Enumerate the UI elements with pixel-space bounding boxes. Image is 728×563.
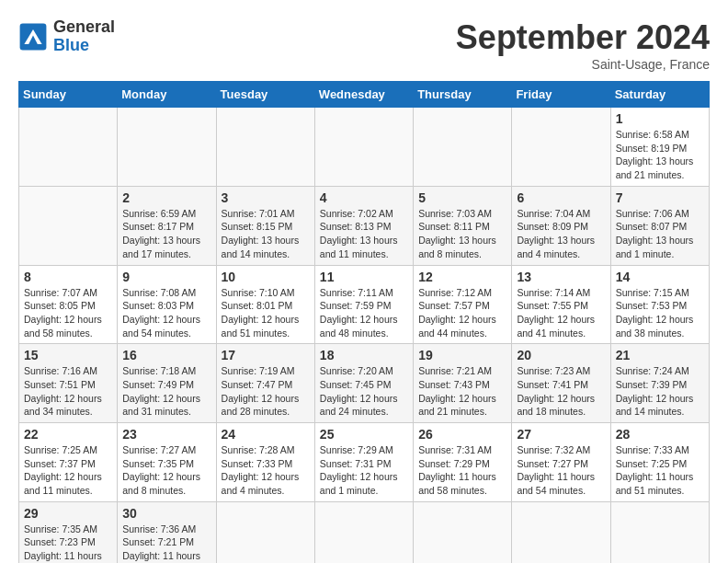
day-info: Sunrise: 7:33 AMSunset: 7:25 PMDaylight:… bbox=[616, 443, 704, 498]
day-info: Sunrise: 7:04 AMSunset: 8:09 PMDaylight:… bbox=[517, 207, 605, 261]
location: Saint-Usage, France bbox=[456, 57, 710, 72]
day-number: 28 bbox=[616, 427, 704, 442]
day-number: 13 bbox=[517, 270, 605, 284]
calendar-cell: 3Sunrise: 7:01 AMSunset: 8:15 PMDaylight… bbox=[216, 186, 314, 265]
day-info: Sunrise: 7:31 AMSunset: 7:29 PMDaylight:… bbox=[418, 443, 506, 498]
day-info: Sunrise: 7:29 AMSunset: 7:31 PMDaylight:… bbox=[320, 443, 408, 498]
calendar-week-row: 2Sunrise: 6:59 AMSunset: 8:17 PMDaylight… bbox=[19, 186, 710, 265]
calendar-cell bbox=[118, 108, 216, 187]
calendar-header-row: SundayMondayTuesdayWednesdayThursdayFrid… bbox=[19, 82, 710, 108]
day-info: Sunrise: 7:12 AMSunset: 7:57 PMDaylight:… bbox=[418, 286, 506, 340]
calendar-cell: 1Sunrise: 6:58 AMSunset: 8:19 PMDaylight… bbox=[610, 108, 709, 187]
day-number: 18 bbox=[320, 348, 408, 362]
day-number: 16 bbox=[122, 348, 210, 362]
page-header: General Blue September 2024 Saint-Usage,… bbox=[18, 18, 710, 72]
calendar-week-row: 15Sunrise: 7:16 AMSunset: 7:51 PMDayligh… bbox=[19, 344, 710, 423]
day-number: 24 bbox=[222, 427, 310, 442]
day-info: Sunrise: 7:18 AMSunset: 7:49 PMDaylight:… bbox=[122, 364, 210, 419]
day-info: Sunrise: 7:32 AMSunset: 7:27 PMDaylight:… bbox=[517, 443, 605, 498]
day-info: Sunrise: 7:08 AMSunset: 8:03 PMDaylight:… bbox=[122, 286, 210, 340]
calendar-cell: 21Sunrise: 7:24 AMSunset: 7:39 PMDayligh… bbox=[610, 344, 709, 423]
day-info: Sunrise: 7:10 AMSunset: 8:01 PMDaylight:… bbox=[222, 286, 310, 340]
day-number: 11 bbox=[320, 270, 408, 284]
calendar-cell: 17Sunrise: 7:19 AMSunset: 7:47 PMDayligh… bbox=[216, 344, 314, 423]
day-number: 21 bbox=[616, 348, 704, 362]
calendar-cell bbox=[216, 108, 314, 187]
calendar-cell: 26Sunrise: 7:31 AMSunset: 7:29 PMDayligh… bbox=[414, 423, 512, 502]
day-number: 10 bbox=[222, 270, 310, 284]
day-info: Sunrise: 7:06 AMSunset: 8:07 PMDaylight:… bbox=[616, 207, 704, 261]
day-info: Sunrise: 7:35 AMSunset: 7:23 PMDaylight:… bbox=[24, 523, 112, 563]
calendar-cell: 7Sunrise: 7:06 AMSunset: 8:07 PMDaylight… bbox=[610, 186, 709, 265]
calendar-cell bbox=[216, 501, 314, 563]
day-number: 6 bbox=[517, 190, 605, 205]
day-info: Sunrise: 7:16 AMSunset: 7:51 PMDaylight:… bbox=[24, 364, 112, 419]
logo-general: General bbox=[53, 17, 115, 36]
title-block: September 2024 Saint-Usage, France bbox=[456, 18, 710, 72]
calendar-cell: 29Sunrise: 7:35 AMSunset: 7:23 PMDayligh… bbox=[19, 501, 118, 563]
day-info: Sunrise: 7:19 AMSunset: 7:47 PMDaylight:… bbox=[222, 364, 310, 419]
column-header-monday: Monday bbox=[118, 82, 216, 108]
calendar-cell: 6Sunrise: 7:04 AMSunset: 8:09 PMDaylight… bbox=[512, 186, 610, 265]
day-number: 4 bbox=[320, 190, 408, 205]
calendar-cell: 13Sunrise: 7:14 AMSunset: 7:55 PMDayligh… bbox=[512, 265, 610, 344]
day-number: 19 bbox=[418, 348, 506, 362]
calendar-cell bbox=[19, 186, 118, 265]
calendar-cell: 11Sunrise: 7:11 AMSunset: 7:59 PMDayligh… bbox=[314, 265, 413, 344]
calendar-cell: 16Sunrise: 7:18 AMSunset: 7:49 PMDayligh… bbox=[118, 344, 216, 423]
day-info: Sunrise: 6:58 AMSunset: 8:19 PMDaylight:… bbox=[616, 128, 704, 182]
calendar-week-row: 1Sunrise: 6:58 AMSunset: 8:19 PMDaylight… bbox=[19, 108, 710, 187]
calendar-cell: 25Sunrise: 7:29 AMSunset: 7:31 PMDayligh… bbox=[314, 423, 413, 502]
day-info: Sunrise: 7:23 AMSunset: 7:41 PMDaylight:… bbox=[517, 364, 605, 419]
day-number: 25 bbox=[320, 427, 408, 442]
column-header-tuesday: Tuesday bbox=[216, 82, 314, 108]
day-info: Sunrise: 7:25 AMSunset: 7:37 PMDaylight:… bbox=[24, 443, 112, 498]
day-number: 7 bbox=[616, 190, 704, 205]
day-number: 12 bbox=[418, 270, 506, 284]
calendar-cell: 2Sunrise: 6:59 AMSunset: 8:17 PMDaylight… bbox=[118, 186, 216, 265]
calendar-cell bbox=[414, 501, 512, 563]
calendar-cell: 27Sunrise: 7:32 AMSunset: 7:27 PMDayligh… bbox=[512, 423, 610, 502]
calendar-cell: 24Sunrise: 7:28 AMSunset: 7:33 PMDayligh… bbox=[216, 423, 314, 502]
day-info: Sunrise: 7:11 AMSunset: 7:59 PMDaylight:… bbox=[320, 286, 408, 340]
calendar-cell: 20Sunrise: 7:23 AMSunset: 7:41 PMDayligh… bbox=[512, 344, 610, 423]
day-info: Sunrise: 7:24 AMSunset: 7:39 PMDaylight:… bbox=[616, 364, 704, 419]
logo: General Blue bbox=[18, 18, 115, 55]
calendar-week-row: 8Sunrise: 7:07 AMSunset: 8:05 PMDaylight… bbox=[19, 265, 710, 344]
day-info: Sunrise: 6:59 AMSunset: 8:17 PMDaylight:… bbox=[122, 207, 210, 261]
calendar-cell: 28Sunrise: 7:33 AMSunset: 7:25 PMDayligh… bbox=[610, 423, 709, 502]
column-header-thursday: Thursday bbox=[414, 82, 512, 108]
day-number: 14 bbox=[616, 270, 704, 284]
day-number: 22 bbox=[24, 427, 112, 442]
day-number: 29 bbox=[24, 506, 112, 521]
day-info: Sunrise: 7:03 AMSunset: 8:11 PMDaylight:… bbox=[418, 207, 506, 261]
day-number: 27 bbox=[517, 427, 605, 442]
calendar-week-row: 22Sunrise: 7:25 AMSunset: 7:37 PMDayligh… bbox=[19, 423, 710, 502]
day-number: 2 bbox=[122, 190, 210, 205]
calendar-cell: 4Sunrise: 7:02 AMSunset: 8:13 PMDaylight… bbox=[314, 186, 413, 265]
day-number: 1 bbox=[616, 111, 704, 126]
calendar-cell: 12Sunrise: 7:12 AMSunset: 7:57 PMDayligh… bbox=[414, 265, 512, 344]
calendar-cell: 19Sunrise: 7:21 AMSunset: 7:43 PMDayligh… bbox=[414, 344, 512, 423]
calendar-cell bbox=[314, 108, 413, 187]
day-number: 30 bbox=[122, 506, 210, 521]
logo-blue: Blue bbox=[53, 36, 89, 54]
calendar-cell: 23Sunrise: 7:27 AMSunset: 7:35 PMDayligh… bbox=[118, 423, 216, 502]
logo-icon bbox=[18, 22, 48, 52]
day-number: 17 bbox=[222, 348, 310, 362]
calendar-cell: 5Sunrise: 7:03 AMSunset: 8:11 PMDaylight… bbox=[414, 186, 512, 265]
calendar-cell: 15Sunrise: 7:16 AMSunset: 7:51 PMDayligh… bbox=[19, 344, 118, 423]
day-number: 23 bbox=[122, 427, 210, 442]
day-info: Sunrise: 7:20 AMSunset: 7:45 PMDaylight:… bbox=[320, 364, 408, 419]
day-info: Sunrise: 7:02 AMSunset: 8:13 PMDaylight:… bbox=[320, 207, 408, 261]
day-info: Sunrise: 7:21 AMSunset: 7:43 PMDaylight:… bbox=[418, 364, 506, 419]
calendar-cell: 10Sunrise: 7:10 AMSunset: 8:01 PMDayligh… bbox=[216, 265, 314, 344]
day-number: 9 bbox=[122, 270, 210, 284]
calendar-cell: 30Sunrise: 7:36 AMSunset: 7:21 PMDayligh… bbox=[118, 501, 216, 563]
day-info: Sunrise: 7:28 AMSunset: 7:33 PMDaylight:… bbox=[222, 443, 310, 498]
day-number: 15 bbox=[24, 348, 112, 362]
calendar-cell bbox=[512, 108, 610, 187]
day-info: Sunrise: 7:07 AMSunset: 8:05 PMDaylight:… bbox=[24, 286, 112, 340]
calendar-week-row: 29Sunrise: 7:35 AMSunset: 7:23 PMDayligh… bbox=[19, 501, 710, 563]
calendar-cell bbox=[19, 108, 118, 187]
